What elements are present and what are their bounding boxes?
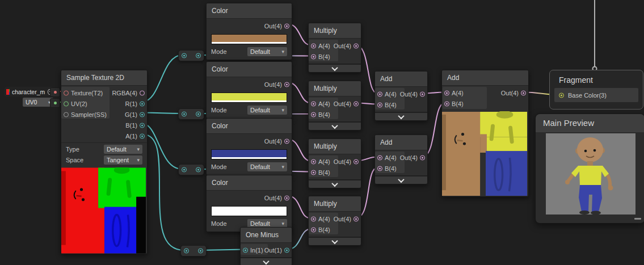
port-r-out[interactable] bbox=[140, 101, 145, 106]
resize-handle[interactable] bbox=[634, 218, 641, 220]
port-out[interactable] bbox=[284, 23, 289, 28]
port-out[interactable] bbox=[284, 138, 289, 144]
redirect-in-port[interactable] bbox=[182, 53, 187, 58]
node-multiply-4[interactable]: Multiply A(4) Out(4) B(4) bbox=[308, 196, 361, 246]
port-a-in[interactable] bbox=[377, 91, 382, 96]
redirect-node-g[interactable] bbox=[178, 108, 204, 120]
redirect-out-port[interactable] bbox=[196, 112, 201, 117]
node-title[interactable]: Multiply bbox=[309, 196, 361, 212]
node-color-3[interactable]: Color Out(4) Mode Default ▾ bbox=[206, 118, 292, 175]
collapse-preview-button[interactable] bbox=[375, 112, 427, 120]
node-color-4[interactable]: Color Out(4) Mode Default ▾ bbox=[206, 175, 292, 232]
wire-b-to-elbow3[interactable] bbox=[142, 124, 182, 170]
texture-property-port-box[interactable] bbox=[50, 87, 60, 97]
node-color-1[interactable]: Color Out(4) Mode Default ▾ bbox=[206, 3, 292, 60]
port-out[interactable] bbox=[353, 216, 359, 221]
redirect-out-port[interactable] bbox=[198, 249, 203, 254]
node-add-3[interactable]: Add A(4) Out(4) B(4) bbox=[374, 134, 428, 184]
redirect-node-b[interactable] bbox=[178, 164, 204, 175]
port-a-in[interactable] bbox=[377, 155, 382, 160]
port-b-in[interactable] bbox=[311, 112, 316, 117]
port-b-in[interactable] bbox=[377, 102, 382, 107]
wire-elbow4-to-oneminus[interactable] bbox=[200, 250, 244, 251]
wire-r-to-elbow1[interactable] bbox=[142, 55, 182, 102]
port-out[interactable] bbox=[284, 195, 289, 200]
collapse-preview-button[interactable] bbox=[241, 257, 292, 265]
port-out[interactable] bbox=[353, 159, 359, 164]
mode-dropdown[interactable]: Default ▾ bbox=[247, 47, 287, 56]
port-texture-in[interactable] bbox=[64, 90, 69, 95]
shader-graph-canvas[interactable]: character_m UV0 ▾ Sample Texture 2D Text… bbox=[0, 0, 644, 265]
port-in[interactable] bbox=[243, 247, 248, 253]
mode-dropdown[interactable]: Default ▾ bbox=[247, 162, 287, 171]
character-3d-preview[interactable] bbox=[546, 133, 635, 214]
node-sample-texture-2d[interactable]: Sample Texture 2D Texture(T2) RGBA(4) UV… bbox=[61, 70, 148, 254]
node-multiply-2[interactable]: Multiply A(4) Out(4) B(4) bbox=[308, 81, 361, 131]
port-b-in[interactable] bbox=[377, 166, 382, 171]
port-b-in[interactable] bbox=[311, 170, 316, 175]
port-base-color-in[interactable] bbox=[559, 92, 564, 98]
type-dropdown[interactable]: Default ▾ bbox=[104, 145, 142, 154]
node-multiply-1[interactable]: Multiply A(4) Out(4) B(4) bbox=[308, 23, 361, 73]
mode-dropdown[interactable]: Default ▾ bbox=[247, 106, 287, 115]
property-pill-texture[interactable]: character_m bbox=[5, 87, 53, 96]
collapse-preview-button[interactable] bbox=[375, 175, 427, 184]
collapse-preview-button[interactable] bbox=[309, 179, 361, 188]
node-title[interactable]: Color bbox=[207, 175, 292, 191]
color-swatch[interactable] bbox=[211, 206, 287, 214]
port-out[interactable] bbox=[353, 101, 359, 106]
redirect-node-a[interactable] bbox=[180, 245, 207, 256]
port-sampler-in[interactable] bbox=[64, 112, 69, 117]
port-a-in[interactable] bbox=[444, 90, 449, 95]
port-b-out[interactable] bbox=[140, 123, 145, 128]
collapse-preview-button[interactable] bbox=[309, 237, 361, 245]
node-title[interactable]: Multiply bbox=[309, 139, 361, 154]
color-swatch[interactable] bbox=[211, 92, 287, 100]
texture-property-port[interactable] bbox=[54, 91, 57, 94]
port-a-in[interactable] bbox=[311, 216, 316, 221]
base-color-row[interactable]: Base Color(3) bbox=[554, 88, 638, 102]
wire-a-to-elbow4[interactable] bbox=[142, 134, 184, 251]
port-a-in[interactable] bbox=[311, 159, 316, 164]
node-add-2[interactable]: Add A(4) Out(4) B(4) bbox=[441, 70, 529, 197]
redirect-in-port[interactable] bbox=[184, 249, 189, 254]
port-out[interactable] bbox=[353, 43, 359, 48]
node-color-2[interactable]: Color Out(4) Mode Default ▾ bbox=[206, 61, 292, 119]
node-fragment[interactable]: Fragment Base Color(3) bbox=[549, 70, 643, 110]
port-out[interactable] bbox=[420, 155, 425, 160]
port-out[interactable] bbox=[284, 247, 289, 253]
uv-property-port[interactable] bbox=[54, 102, 57, 104]
port-a-in[interactable] bbox=[311, 101, 316, 106]
port-out[interactable] bbox=[284, 82, 289, 87]
collapse-preview-button[interactable] bbox=[309, 64, 361, 72]
port-out[interactable] bbox=[420, 91, 425, 96]
redirect-node-r[interactable] bbox=[178, 50, 204, 61]
port-a-out[interactable] bbox=[140, 133, 145, 138]
redirect-in-port[interactable] bbox=[182, 167, 187, 173]
node-one-minus[interactable]: One Minus In(1) Out(1) bbox=[240, 227, 292, 265]
collapse-preview-button[interactable] bbox=[309, 121, 361, 130]
node-title[interactable]: Add bbox=[375, 71, 427, 87]
wire-g-to-elbow2[interactable] bbox=[142, 113, 182, 114]
node-title[interactable]: Add bbox=[442, 70, 528, 86]
node-title[interactable]: Color bbox=[207, 119, 292, 134]
port-b-in[interactable] bbox=[444, 101, 449, 106]
node-title[interactable]: One Minus bbox=[241, 228, 292, 243]
port-rgba-out[interactable] bbox=[140, 90, 145, 95]
port-g-out[interactable] bbox=[140, 112, 145, 117]
space-dropdown[interactable]: Tangent ▾ bbox=[104, 155, 142, 165]
node-title[interactable]: Sample Texture 2D bbox=[61, 70, 147, 86]
port-b-in[interactable] bbox=[311, 54, 316, 59]
node-title[interactable]: Add bbox=[375, 135, 427, 150]
node-title[interactable]: Color bbox=[207, 3, 292, 19]
uv-channel-dropdown[interactable]: UV0 ▾ bbox=[23, 98, 53, 107]
redirect-in-port[interactable] bbox=[182, 112, 187, 117]
node-title[interactable]: Color bbox=[207, 62, 292, 77]
port-b-in[interactable] bbox=[311, 227, 316, 232]
port-out[interactable] bbox=[521, 90, 526, 95]
node-add-1[interactable]: Add A(4) Out(4) B(4) bbox=[374, 71, 428, 121]
node-title[interactable]: Multiply bbox=[309, 23, 361, 39]
port-a-in[interactable] bbox=[311, 43, 316, 48]
main-preview-title[interactable]: Main Preview bbox=[536, 114, 644, 132]
main-preview-panel[interactable]: Main Preview bbox=[535, 113, 644, 224]
